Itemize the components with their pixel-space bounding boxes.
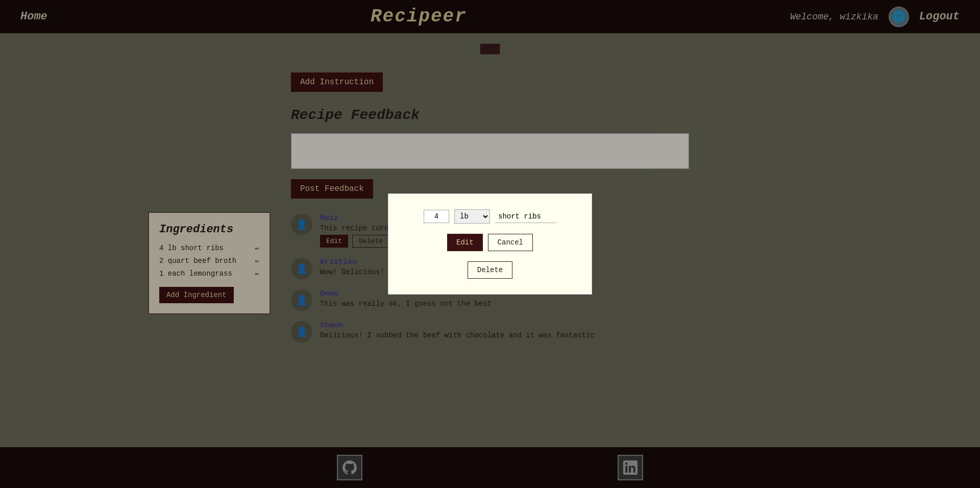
modal-overlay: lb oz kg g cup quart each tsp tbsp Edit … — [0, 0, 980, 488]
modal-inputs: lb oz kg g cup quart each tsp tbsp — [424, 209, 556, 224]
modal-buttons: Edit Cancel — [447, 234, 533, 251]
modal-delete-button[interactable]: Delete — [468, 261, 512, 279]
modal-unit-select[interactable]: lb oz kg g cup quart each tsp tbsp — [454, 209, 490, 224]
modal-cancel-button[interactable]: Cancel — [488, 234, 533, 251]
modal-name-input[interactable] — [495, 210, 556, 223]
modal-box: lb oz kg g cup quart each tsp tbsp Edit … — [388, 193, 592, 295]
modal-edit-button[interactable]: Edit — [447, 234, 483, 251]
modal-quantity-input[interactable] — [424, 210, 449, 223]
